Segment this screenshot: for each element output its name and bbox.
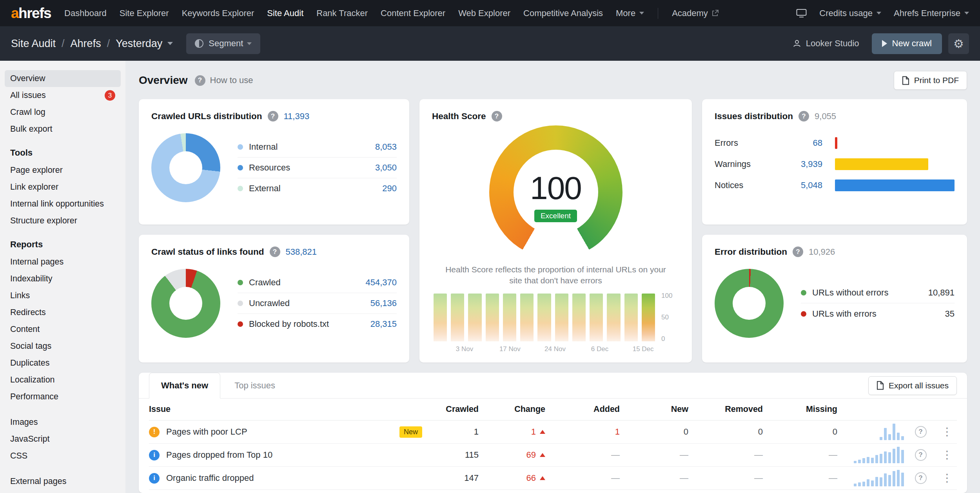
help-icon[interactable]: ? [915,472,927,484]
segment-button[interactable]: Segment [186,33,260,54]
export-all-issues-button[interactable]: Export all issues [868,376,957,395]
legend-row: URLs without errors 10,891 [801,283,955,303]
added-value: — [545,473,620,483]
issue-link[interactable]: Organic traffic dropped [166,473,254,483]
sidebar-item-overview[interactable]: Overview [5,70,121,87]
legend-row: Uncrawled 56,136 [238,293,397,314]
settings-button[interactable]: ⚙ [948,33,969,54]
row-value[interactable]: 5,048 [777,180,822,190]
crawl-status-total[interactable]: 538,821 [286,247,317,257]
nav-divider [658,8,658,19]
help-icon[interactable]: ? [799,111,809,121]
sidebar-item-bulk-export[interactable]: Bulk export [5,121,121,138]
nav-dashboard[interactable]: Dashboard [64,8,107,18]
crawled-urls-total[interactable]: 11,393 [284,111,310,121]
tab-top-issues[interactable]: Top issues [234,381,275,391]
sidebar-item-indexability[interactable]: Indexability [5,270,121,287]
primary-nav: Dashboard Site Explorer Keywords Explore… [64,8,719,19]
kebab-menu-icon[interactable]: ⋮ [942,473,953,484]
kebab-menu-icon[interactable]: ⋮ [942,450,953,460]
help-icon[interactable]: ? [270,246,280,257]
sidebar-item-performance[interactable]: Performance [5,388,121,405]
row-value[interactable]: 68 [777,138,822,148]
sidebar-item-internal-pages[interactable]: Internal pages [5,254,121,270]
removed-value: — [688,450,763,460]
sidebar-item-redirects[interactable]: Redirects [5,304,121,321]
errors-bar [835,137,837,149]
health-score-title: Health Score [432,111,486,121]
workspace-menu[interactable]: Ahrefs Enterprise [894,8,969,18]
sidebar-item-all-issues[interactable]: All issues 3 [5,87,121,104]
nav-content-explorer[interactable]: Content Explorer [381,8,445,18]
legend-value[interactable]: 454,370 [365,277,397,288]
tab-whats-new[interactable]: What's new [149,373,220,399]
sidebar-item-external-pages[interactable]: External pages [5,473,121,490]
sidebar-item-javascript[interactable]: JavaScript [5,431,121,448]
col-header-removed[interactable]: Removed [688,404,763,414]
legend-value[interactable]: 3,050 [375,163,397,173]
sidebar-item-internal-link-opportunities[interactable]: Internal link opportunities [5,196,121,212]
help-icon[interactable]: ? [268,111,278,121]
sidebar-item-css[interactable]: CSS [5,448,121,464]
nav-competitive-analysis[interactable]: Competitive Analysis [523,8,603,18]
help-icon[interactable]: ? [915,426,927,438]
kebab-menu-icon[interactable]: ⋮ [942,426,953,437]
credits-usage-menu[interactable]: Credits usage [819,8,881,18]
breadcrumb-project[interactable]: Ahrefs [71,38,101,50]
crawl-status-card: Crawl status of links found ? 538,821 Cr… [139,235,409,362]
legend-value[interactable]: 8,053 [375,142,397,152]
issues-dist-row-errors: Errors 68 [715,136,955,150]
top-navbar: ahrefs Dashboard Site Explorer Keywords … [0,0,980,26]
nav-more-label: More [616,8,635,18]
nav-rank-tracker[interactable]: Rank Tracker [316,8,368,18]
sidebar-item-link-explorer[interactable]: Link explorer [5,179,121,196]
legend-value[interactable]: 56,136 [370,298,397,308]
print-to-pdf-button[interactable]: Print to PDF [894,71,967,90]
crawl-status-legend: Crawled 454,370 Uncrawled 56,136 Blocked… [238,272,397,335]
change-value: 66 [526,473,536,483]
sidebar-item-localization[interactable]: Localization [5,372,121,388]
breadcrumb-site-audit[interactable]: Site Audit [11,38,56,50]
sidebar-item-images[interactable]: Images [5,414,121,431]
crawl-date-selector[interactable]: Yesterday [116,38,162,50]
issue-link[interactable]: Pages dropped from Top 10 [166,450,272,460]
display-icon[interactable] [796,9,807,18]
sidebar-item-duplicates[interactable]: Duplicates [5,355,121,372]
issue-link[interactable]: Pages with poor LCP [166,427,247,437]
col-header-issue[interactable]: Issue [149,404,432,414]
health-chart-x-axis: 3 Nov 17 Nov 24 Nov 6 Dec 15 Dec [432,341,657,353]
col-header-new[interactable]: New [620,404,688,414]
help-icon[interactable]: ? [915,449,927,461]
overview-cards: Crawled URLs distribution ? 11,393 Inter… [139,99,967,362]
sidebar-item-crawl-log[interactable]: Crawl log [5,104,121,121]
nav-academy[interactable]: Academy [672,8,719,18]
nav-more-menu[interactable]: More [616,8,644,18]
issues-distribution-title: Issues distribution [715,111,793,121]
sidebar-item-content[interactable]: Content [5,321,121,338]
sidebar-item-page-explorer[interactable]: Page explorer [5,162,121,179]
nav-site-explorer[interactable]: Site Explorer [120,8,169,18]
col-header-change[interactable]: Change [479,404,545,414]
help-icon[interactable]: ? [793,246,803,257]
looker-studio-link[interactable]: Looker Studio [793,38,859,49]
sidebar-item-links[interactable]: Links [5,287,121,304]
nav-keywords-explorer[interactable]: Keywords Explorer [182,8,254,18]
sidebar-item-structure-explorer[interactable]: Structure explorer [5,212,121,229]
nav-site-audit[interactable]: Site Audit [267,8,303,18]
how-to-use-link[interactable]: ? How to use [195,75,253,86]
sidebar-item-social-tags[interactable]: Social tags [5,338,121,355]
row-value[interactable]: 3,939 [777,159,822,169]
help-icon[interactable]: ? [492,111,502,121]
col-header-added[interactable]: Added [545,404,620,414]
new-crawl-button[interactable]: New crawl [872,33,942,54]
col-header-missing[interactable]: Missing [763,404,837,414]
nav-web-explorer[interactable]: Web Explorer [458,8,510,18]
legend-value[interactable]: 28,315 [370,319,397,329]
legend-label: Crawled [249,277,281,288]
col-header-crawled[interactable]: Crawled [432,404,479,414]
ahrefs-logo[interactable]: ahrefs [11,5,51,22]
warning-icon: ! [149,427,160,437]
workspace-label: Ahrefs Enterprise [894,8,960,18]
info-icon: i [149,450,160,460]
legend-value[interactable]: 290 [382,183,397,194]
